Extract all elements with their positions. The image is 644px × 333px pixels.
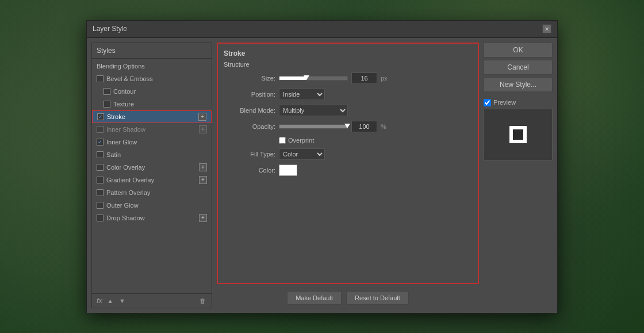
satin-checkbox[interactable] <box>97 151 103 158</box>
opacity-input[interactable] <box>351 121 377 132</box>
position-select[interactable]: Inside Outside Center <box>279 89 325 100</box>
color-swatch[interactable] <box>279 164 297 176</box>
overprint-text: Overprint <box>288 137 314 144</box>
size-row: Size: px <box>224 72 472 84</box>
inner-shadow-checkbox[interactable] <box>97 126 103 133</box>
gradient-overlay-label: Gradient Overlay <box>106 177 196 183</box>
bottom-buttons: Make Default Reset to Default <box>217 288 479 308</box>
styles-list: Blending Options Bevel & Emboss Contour … <box>92 59 212 293</box>
delete-style-button[interactable]: 🗑 <box>198 296 207 305</box>
contour-checkbox[interactable] <box>103 88 110 95</box>
stroke-settings-panel: Stroke Structure Size: px Position: <box>217 43 479 284</box>
color-overlay-add-button[interactable]: + <box>199 163 207 171</box>
gradient-overlay-add-button[interactable]: + <box>199 176 207 184</box>
inner-shadow-add-button[interactable]: + <box>199 125 207 133</box>
inner-glow-label: Inner Glow <box>106 139 207 146</box>
sidebar-item-inner-shadow[interactable]: Inner Shadow + <box>92 123 212 136</box>
sidebar-item-pattern-overlay[interactable]: Pattern Overlay <box>92 186 212 199</box>
pattern-overlay-label: Pattern Overlay <box>106 189 207 196</box>
new-style-button[interactable]: New Style... <box>484 77 553 92</box>
move-up-button[interactable]: ▲ <box>106 296 114 305</box>
ok-cancel-buttons: OK Cancel New Style... <box>484 43 553 92</box>
close-button[interactable]: ✕ <box>542 24 551 33</box>
color-label: Color: <box>224 167 275 174</box>
make-default-button[interactable]: Make Default <box>287 291 342 305</box>
fx-icon: fx <box>97 296 102 305</box>
sidebar-item-stroke[interactable]: Stroke + <box>92 110 212 123</box>
color-row: Color: <box>224 164 472 176</box>
opacity-slider-track[interactable] <box>279 124 348 129</box>
blend-mode-row: Blend Mode: Multiply Normal Screen Overl… <box>224 105 472 116</box>
sidebar-item-outer-glow[interactable]: Outer Glow <box>92 199 212 212</box>
contour-label: Contour <box>113 88 207 95</box>
inner-glow-checkbox[interactable] <box>97 139 103 146</box>
stroke-add-button[interactable]: + <box>198 113 206 121</box>
color-overlay-label: Color Overlay <box>106 164 196 171</box>
drop-shadow-label: Drop Shadow <box>106 215 196 221</box>
opacity-unit: % <box>381 123 386 130</box>
sidebar-item-drop-shadow[interactable]: Drop Shadow + <box>92 212 212 224</box>
fill-type-select[interactable]: Color Gradient Pattern <box>279 148 325 160</box>
styles-panel: Styles Blending Options Bevel & Emboss C… <box>91 43 212 308</box>
structure-section-title: Structure <box>224 61 472 68</box>
fill-type-row: Fill Type: Color Gradient Pattern <box>224 148 472 160</box>
cancel-button[interactable]: Cancel <box>484 60 553 75</box>
opacity-slider-container <box>279 124 348 129</box>
size-slider-thumb <box>304 75 309 80</box>
inner-shadow-label: Inner Shadow <box>106 126 196 133</box>
outer-glow-checkbox[interactable] <box>97 202 103 209</box>
preview-checkbox[interactable] <box>484 99 491 106</box>
ok-button[interactable]: OK <box>484 43 553 58</box>
bevel-emboss-label: Bevel & Emboss <box>106 75 207 82</box>
preview-box <box>484 109 553 160</box>
sidebar-item-bevel-emboss[interactable]: Bevel & Emboss <box>92 72 212 85</box>
sidebar-item-inner-glow[interactable]: Inner Glow <box>92 136 212 148</box>
drop-shadow-checkbox[interactable] <box>97 215 103 221</box>
opacity-label: Opacity: <box>224 123 275 130</box>
move-down-button[interactable]: ▼ <box>118 296 126 305</box>
preview-label[interactable]: Preview <box>484 99 553 106</box>
size-label: Size: <box>224 75 275 82</box>
right-panel: OK Cancel New Style... Preview <box>484 43 553 308</box>
sidebar-item-contour[interactable]: Contour <box>92 85 212 98</box>
blending-options-label: Blending Options <box>97 63 207 70</box>
pattern-overlay-checkbox[interactable] <box>97 189 103 196</box>
dialog-body: Styles Blending Options Bevel & Emboss C… <box>87 38 557 313</box>
layer-style-dialog: Layer Style ✕ Styles Blending Options Be… <box>86 20 558 313</box>
styles-header: Styles <box>92 43 212 59</box>
gradient-overlay-checkbox[interactable] <box>97 177 103 183</box>
dialog-title: Layer Style <box>93 25 127 33</box>
preview-text: Preview <box>493 99 516 106</box>
preview-thumbnail <box>509 126 527 143</box>
size-unit: px <box>381 75 388 82</box>
outer-glow-label: Outer Glow <box>106 202 207 209</box>
bevel-emboss-checkbox[interactable] <box>97 75 103 82</box>
position-label: Position: <box>224 91 275 98</box>
reset-to-default-button[interactable]: Reset to Default <box>346 291 409 305</box>
stroke-label: Stroke <box>107 113 195 120</box>
texture-checkbox[interactable] <box>103 101 110 108</box>
drop-shadow-add-button[interactable]: + <box>199 214 207 222</box>
blend-mode-label: Blend Mode: <box>224 107 275 114</box>
sidebar-item-blending-options[interactable]: Blending Options <box>92 60 212 72</box>
satin-label: Satin <box>106 151 207 158</box>
overprint-label[interactable]: Overprint <box>279 137 314 144</box>
size-slider-container <box>279 76 348 81</box>
position-row: Position: Inside Outside Center <box>224 89 472 100</box>
sidebar-item-satin[interactable]: Satin <box>92 148 212 161</box>
overprint-row: Overprint <box>224 137 472 144</box>
opacity-row: Opacity: % <box>224 121 472 132</box>
stroke-checkbox[interactable] <box>97 113 104 120</box>
size-slider-track[interactable] <box>279 76 348 81</box>
styles-footer: fx ▲ ▼ 🗑 <box>92 293 212 308</box>
sidebar-item-color-overlay[interactable]: Color Overlay + <box>92 161 212 174</box>
stroke-panel-title: Stroke <box>224 49 472 58</box>
sidebar-item-texture[interactable]: Texture <box>92 98 212 110</box>
overprint-checkbox[interactable] <box>279 137 286 144</box>
main-panel: Stroke Structure Size: px Position: <box>217 43 479 308</box>
color-overlay-checkbox[interactable] <box>97 164 103 171</box>
blend-mode-select[interactable]: Multiply Normal Screen Overlay <box>279 105 348 116</box>
dialog-titlebar: Layer Style ✕ <box>87 21 557 38</box>
sidebar-item-gradient-overlay[interactable]: Gradient Overlay + <box>92 174 212 186</box>
size-input[interactable] <box>351 72 377 84</box>
